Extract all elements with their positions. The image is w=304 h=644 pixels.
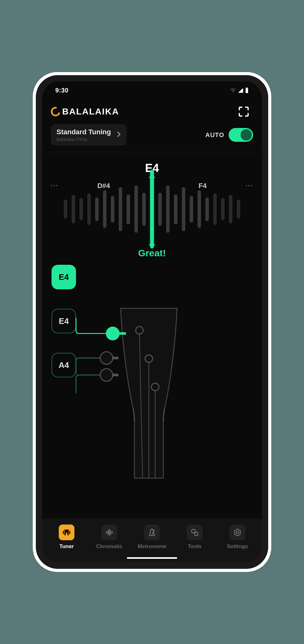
toggle-knob bbox=[241, 129, 252, 141]
pitch-bars bbox=[50, 179, 254, 239]
signal-icon bbox=[237, 88, 244, 93]
app-screen: 9:30 BALALAIKA bbox=[42, 81, 262, 563]
nav-chromatic[interactable]: Chromatic bbox=[90, 525, 128, 550]
nav-metronome[interactable]: Metronome bbox=[133, 525, 171, 550]
auto-toggle[interactable] bbox=[229, 128, 253, 142]
bottom-nav: Tuner Chromatic Metronome bbox=[42, 519, 262, 563]
auto-label: AUTO bbox=[205, 131, 224, 139]
settings-icon bbox=[230, 525, 245, 540]
svg-rect-1 bbox=[246, 87, 247, 88]
metronome-icon bbox=[144, 525, 160, 540]
status-icons bbox=[230, 87, 249, 93]
nav-label: Tools bbox=[188, 543, 202, 550]
chevron-right-icon bbox=[117, 131, 121, 139]
battery-icon bbox=[245, 87, 249, 93]
svg-point-8 bbox=[106, 327, 120, 341]
headstock-graphic bbox=[42, 262, 262, 519]
nav-settings[interactable]: Settings bbox=[219, 525, 256, 550]
tuning-subtitle: Balalaika Prima bbox=[57, 137, 111, 142]
app-logo-icon bbox=[49, 105, 62, 118]
string-peg-3[interactable]: A4 bbox=[52, 353, 76, 377]
nav-tools[interactable]: Tools bbox=[176, 525, 214, 550]
svg-point-12 bbox=[100, 369, 113, 381]
tools-icon bbox=[187, 525, 203, 540]
svg-rect-11 bbox=[112, 357, 118, 359]
clock: 9:30 bbox=[55, 87, 68, 94]
tuner-icon bbox=[59, 525, 74, 540]
instrument-zone: E4 E4 A4 bbox=[42, 262, 262, 519]
chromatic-icon bbox=[101, 525, 117, 540]
status-bar: 9:30 bbox=[42, 81, 262, 99]
svg-rect-9 bbox=[119, 332, 126, 335]
tuner-meter: E4 ··· D#4 X F4 ··· bbox=[42, 152, 262, 262]
svg-point-3 bbox=[145, 355, 153, 363]
svg-rect-0 bbox=[246, 88, 248, 93]
svg-point-10 bbox=[100, 352, 113, 364]
string-peg-2[interactable]: E4 bbox=[52, 309, 76, 333]
tuning-name: Standard Tuning bbox=[57, 128, 111, 136]
nav-label: Tuner bbox=[59, 543, 74, 550]
app-title: BALALAIKA bbox=[62, 107, 119, 117]
phone-frame: 9:30 BALALAIKA bbox=[33, 72, 271, 572]
fullscreen-button[interactable] bbox=[237, 105, 250, 118]
nav-label: Chromatic bbox=[96, 543, 122, 550]
fullscreen-icon bbox=[238, 106, 249, 117]
svg-rect-28 bbox=[195, 532, 198, 536]
svg-point-30 bbox=[236, 531, 239, 534]
app-title-block: BALALAIKA bbox=[51, 107, 119, 117]
wifi-icon bbox=[230, 88, 236, 93]
tuning-status: Great! bbox=[50, 248, 254, 258]
app-header: BALALAIKA bbox=[42, 99, 262, 124]
tuning-row: Standard Tuning Balalaika Prima AUTO bbox=[42, 124, 262, 152]
center-indicator bbox=[150, 170, 154, 248]
nav-tuner[interactable]: Tuner bbox=[48, 525, 85, 550]
svg-point-2 bbox=[136, 327, 143, 334]
svg-point-4 bbox=[151, 383, 159, 391]
tuning-selector[interactable]: Standard Tuning Balalaika Prima bbox=[51, 124, 127, 146]
nav-label: Settings bbox=[227, 543, 248, 550]
nav-label: Metronome bbox=[138, 543, 166, 550]
string-peg-1[interactable]: E4 bbox=[52, 265, 76, 289]
svg-rect-13 bbox=[112, 374, 118, 376]
home-indicator[interactable] bbox=[127, 557, 177, 559]
svg-line-5 bbox=[139, 334, 143, 478]
svg-marker-29 bbox=[235, 529, 240, 536]
